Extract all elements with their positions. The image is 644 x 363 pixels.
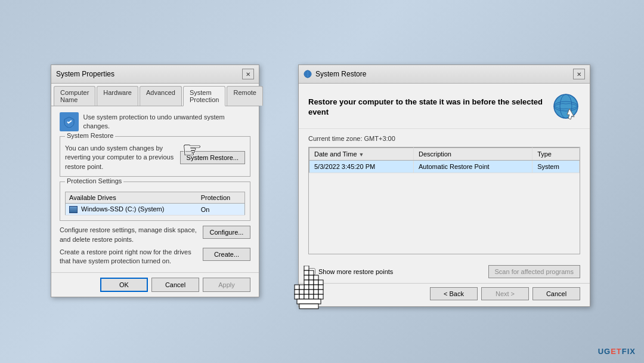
restore-dialog-header: Restore your computer to the state it wa…	[299, 84, 590, 129]
col-drives: Available Drives	[66, 192, 197, 204]
watermark-ug: UG	[598, 347, 611, 356]
configure-button[interactable]: Configure...	[203, 226, 250, 239]
drive-icon	[69, 206, 78, 213]
section-description: Use system protection to undo unwanted s…	[83, 113, 251, 131]
sort-arrow-icon: ▼	[359, 152, 364, 158]
create-description: Create a restore point right now for the…	[60, 248, 198, 266]
ok-button[interactable]: OK	[100, 278, 148, 292]
scan-button[interactable]: Scan for affected programs	[488, 265, 580, 278]
timezone-text: Current time zone: GMT+3:00	[308, 135, 580, 142]
dialog-body: Use system protection to undo unwanted s…	[51, 106, 259, 272]
system-restore-dialog: System Restore ✕ Restore your computer t…	[298, 64, 590, 307]
configure-description: Configure restore settings, manage disk …	[60, 226, 198, 244]
restore-description: Automatic Restore Point	[413, 161, 532, 173]
table-row[interactable]: 5/3/2022 3:45:20 PM Automatic Restore Po…	[309, 161, 580, 173]
section-header: Use system protection to undo unwanted s…	[60, 112, 250, 131]
show-more-checkbox[interactable]	[308, 268, 315, 275]
restore-globe-icon	[552, 92, 580, 122]
col-description: Description	[413, 148, 532, 161]
restore-close-button[interactable]: ✕	[573, 69, 585, 79]
tab-system-protection[interactable]: System Protection	[183, 86, 226, 106]
show-more-label: Show more restore points	[318, 268, 393, 275]
system-properties-dialog: System Properties ✕ Computer Name Hardwa…	[51, 64, 259, 297]
restore-table: Date and Time ▼ Description Type 5/3/202…	[309, 147, 580, 173]
restore-date: 5/3/2022 3:45:20 PM	[309, 161, 414, 173]
col-type: Type	[532, 148, 580, 161]
system-restore-button[interactable]: System Restore...	[180, 151, 245, 164]
close-button[interactable]: ✕	[242, 69, 254, 79]
watermark: UGETFIX	[598, 347, 636, 356]
col-date: Date and Time ▼	[309, 148, 414, 161]
restore-cancel-button[interactable]: Cancel	[532, 287, 580, 300]
next-button[interactable]: Next >	[481, 287, 529, 300]
system-restore-label: System Restore	[65, 132, 115, 139]
system-restore-group: System Restore You can undo system chang…	[60, 136, 250, 177]
restore-nav-buttons: < Back Next > Cancel	[299, 283, 590, 306]
configure-row: Configure restore settings, manage disk …	[60, 226, 250, 244]
bottom-buttons: OK Cancel Apply	[51, 272, 259, 297]
system-restore-title: System Restore	[315, 70, 366, 78]
svg-point-5	[554, 94, 578, 118]
protection-settings-label: Protection Settings	[65, 177, 123, 184]
protection-settings-group: Protection Settings Available Drives Pro…	[60, 182, 250, 221]
system-properties-titlebar: System Properties ✕	[51, 65, 259, 84]
watermark-et: ET	[611, 347, 622, 356]
table-row[interactable]: Windows-SSD (C:) (System) On	[66, 204, 245, 216]
apply-button[interactable]: Apply	[203, 278, 250, 292]
restore-header-text: Restore your computer to the state it wa…	[308, 97, 552, 118]
create-row: Create a restore point right now for the…	[60, 248, 250, 266]
drive-name: Windows-SSD (C:) (System)	[66, 204, 197, 216]
back-button[interactable]: < Back	[430, 287, 478, 300]
tab-computer-name[interactable]: Computer Name	[54, 86, 95, 106]
watermark-fix: FIX	[622, 347, 636, 356]
restore-footer: Show more restore points Scan for affect…	[299, 260, 590, 283]
restore-dialog-body: Current time zone: GMT+3:00 Date and Tim…	[299, 129, 590, 260]
create-button[interactable]: Create...	[203, 248, 250, 261]
tab-hardware[interactable]: Hardware	[97, 86, 138, 106]
restore-type: System	[532, 161, 580, 173]
drive-protection: On	[197, 204, 245, 216]
protection-table: Available Drives Protection Windows-SSD …	[65, 192, 245, 216]
system-restore-description: You can undo system changes by reverting…	[65, 144, 175, 171]
cancel-button[interactable]: Cancel	[151, 278, 199, 292]
system-restore-titlebar: System Restore ✕	[299, 65, 590, 84]
system-properties-title: System Properties	[56, 70, 114, 78]
show-more-row: Show more restore points	[308, 268, 393, 275]
tab-remote[interactable]: Remote	[227, 86, 263, 106]
restore-table-container[interactable]: Date and Time ▼ Description Type 5/3/202…	[308, 147, 580, 254]
tabs-container: Computer Name Hardware Advanced System P…	[51, 84, 259, 106]
col-protection: Protection	[197, 192, 245, 204]
protection-icon	[60, 112, 79, 131]
tab-advanced[interactable]: Advanced	[140, 86, 182, 106]
restore-title-icon	[304, 70, 312, 78]
